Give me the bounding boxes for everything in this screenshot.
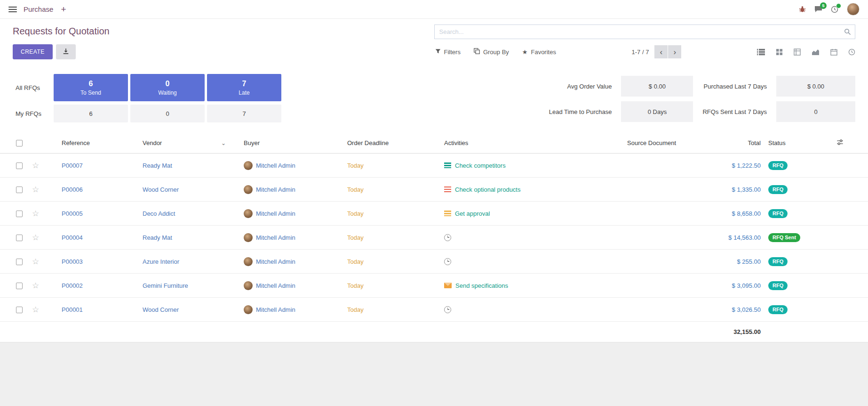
activity-icon[interactable] [444,234,451,241]
reference-link[interactable]: P00005 [62,210,83,217]
avg-order-value[interactable]: $ 0.00 [621,76,693,97]
kpi-late-label: Late [239,89,249,96]
kpi-late[interactable]: 7 Late [207,74,281,101]
row-checkbox[interactable] [16,162,23,169]
export-button[interactable] [56,44,76,59]
table-row[interactable]: ☆ P00006 Wood Corner Mitchell Admin Toda… [0,178,868,202]
select-all-header[interactable] [0,133,28,154]
my-kpi-waiting[interactable]: 0 [130,105,205,122]
user-avatar[interactable] [847,3,860,16]
optional-columns-button[interactable] [833,133,868,154]
favorite-star-icon[interactable]: ☆ [32,281,39,290]
favorite-star-icon[interactable]: ☆ [32,233,39,242]
vendor-link[interactable]: Ready Mat [143,162,172,169]
source-document-column-header[interactable]: Source Document [623,133,703,154]
vendor-link[interactable]: Gemini Furniture [143,282,188,289]
vendor-link[interactable]: Deco Addict [143,210,175,217]
table-row[interactable]: ☆ P00007 Ready Mat Mitchell Admin Today … [0,154,868,178]
debug-bug-icon[interactable] [799,6,806,13]
table-row[interactable]: ☆ P00005 Deco Addict Mitchell Admin Toda… [0,202,868,226]
messages-icon[interactable]: 5 [814,6,822,13]
pager-previous-button[interactable]: ‹ [654,45,668,58]
activity-icon[interactable] [444,162,451,168]
my-kpi-to-send[interactable]: 6 [54,105,128,122]
group-by-button[interactable]: Group By [474,48,509,56]
buyer-link[interactable]: Mitchell Admin [256,306,295,313]
graph-view-icon[interactable] [812,49,820,56]
favorite-star-icon[interactable]: ☆ [32,257,39,266]
kanban-view-icon[interactable] [776,49,783,56]
search-input[interactable] [434,24,856,39]
vendor-link[interactable]: Azure Interior [143,258,179,265]
row-checkbox[interactable] [16,283,23,289]
buyer-column-header[interactable]: Buyer [240,133,343,154]
vendor-link[interactable]: Ready Mat [143,234,172,241]
table-row[interactable]: ☆ P00003 Azure Interior Mitchell Admin T… [0,250,868,274]
favorite-star-icon[interactable]: ☆ [32,305,39,314]
reference-link[interactable]: P00002 [62,282,83,289]
vendor-link[interactable]: Wood Corner [143,186,179,193]
reference-link[interactable]: P00007 [62,162,83,169]
sort-caret-icon[interactable]: ⌄ [221,140,226,146]
buyer-link[interactable]: Mitchell Admin [256,258,295,265]
favorite-star-icon[interactable]: ☆ [32,185,39,194]
filters-button[interactable]: Filters [435,48,461,56]
buyer-link[interactable]: Mitchell Admin [256,282,295,289]
reference-column-header[interactable]: Reference [49,133,139,154]
kpi-to-send[interactable]: 6 To Send [54,74,128,101]
search-icon[interactable] [844,28,851,35]
table-row[interactable]: ☆ P00004 Ready Mat Mitchell Admin Today … [0,226,868,250]
pager-next-button[interactable]: › [668,45,681,58]
list-view-icon[interactable] [757,49,765,56]
activity-label[interactable]: Check optional products [455,186,520,193]
row-checkbox[interactable] [16,235,23,241]
activity-icon[interactable] [444,306,451,313]
app-menu-purchase[interactable]: Purchase [24,5,53,13]
table-row[interactable]: ☆ P00001 Wood Corner Mitchell Admin Toda… [0,298,868,322]
new-tab-icon[interactable]: + [61,5,66,14]
reference-link[interactable]: P00004 [62,234,83,241]
activity-view-icon[interactable] [848,49,855,56]
avg-order-value-label: Avg Order Value [567,83,612,90]
favorites-button[interactable]: ★ Favorites [522,48,556,56]
kpi-waiting[interactable]: 0 Waiting [130,74,205,101]
activity-icon[interactable] [444,258,451,265]
purchased-last-7-days[interactable]: $ 0.00 [776,76,855,97]
reference-link[interactable]: P00003 [62,258,83,265]
buyer-link[interactable]: Mitchell Admin [256,162,295,169]
row-checkbox[interactable] [16,307,23,313]
buyer-link[interactable]: Mitchell Admin [256,234,295,241]
activity-icon[interactable] [444,283,452,288]
pivot-view-icon[interactable] [794,49,801,56]
calendar-view-icon[interactable] [830,49,837,56]
activity-icon[interactable] [444,211,451,216]
total-column-header[interactable]: Total [703,133,764,154]
status-column-header[interactable]: Status [764,133,833,154]
favorite-star-icon[interactable]: ☆ [32,161,39,170]
select-all-checkbox[interactable] [16,140,23,146]
create-button[interactable]: CREATE [13,44,53,59]
activity-label[interactable]: Check competitors [455,162,506,169]
activities-clock-icon[interactable] [831,6,838,13]
rfqs-sent-last-7-days[interactable]: 0 [776,101,855,122]
buyer-link[interactable]: Mitchell Admin [256,210,295,217]
vendor-link[interactable]: Wood Corner [143,306,179,313]
order-deadline-column-header[interactable]: Order Deadline [343,133,440,154]
table-row[interactable]: ☆ P00002 Gemini Furniture Mitchell Admin… [0,274,868,298]
row-checkbox[interactable] [16,211,23,217]
activities-column-header[interactable]: Activities [440,133,623,154]
reference-link[interactable]: P00006 [62,186,83,193]
activity-label[interactable]: Get approval [455,210,490,217]
activity-label[interactable]: Send specifications [455,282,508,289]
reference-link[interactable]: P00001 [62,306,83,313]
activity-icon[interactable] [444,187,451,192]
row-checkbox[interactable] [16,259,23,265]
lead-time-value[interactable]: 0 Days [621,101,693,122]
buyer-link[interactable]: Mitchell Admin [256,186,295,193]
my-kpi-late[interactable]: 7 [207,105,281,122]
row-checkbox[interactable] [16,187,23,193]
favorite-star-icon[interactable]: ☆ [32,209,39,218]
row-total: $ 255.00 [703,250,764,274]
apps-menu-icon[interactable] [8,7,17,12]
vendor-column-header[interactable]: Vendor ⌄ [139,133,240,154]
